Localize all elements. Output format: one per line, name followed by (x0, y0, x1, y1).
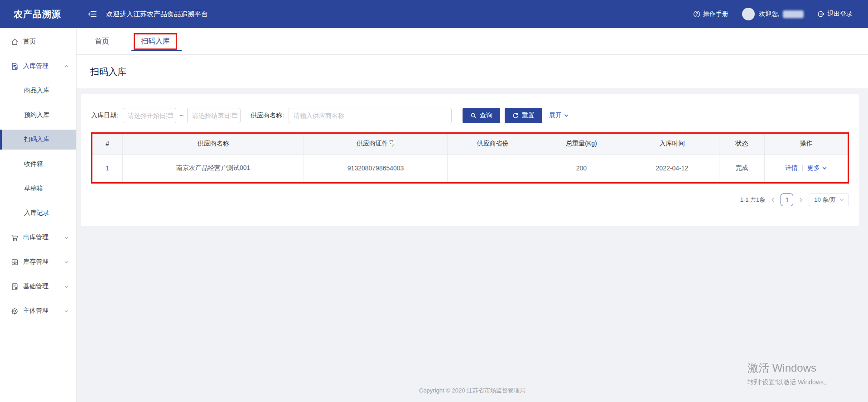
sidebar-item-product-inbound[interactable]: 商品入库 (0, 81, 76, 101)
sidebar-item-home[interactable]: 首页 (0, 32, 76, 52)
logout-label: 退出登录 (827, 10, 853, 18)
sidebar-item-label: 库存管理 (23, 258, 48, 266)
sidebar-item-outbound-management[interactable]: 出库管理 (0, 228, 76, 247)
action-divider (802, 165, 803, 171)
sidebar-item-label: 入库记录 (24, 209, 49, 217)
next-page-icon[interactable] (798, 197, 804, 203)
cell-supplier-province (447, 154, 538, 182)
date-end-input[interactable] (187, 108, 241, 123)
red-annotation-box: 扫码入库 (134, 33, 177, 50)
cell-index: 1 (92, 154, 123, 182)
table-row: 1 南京农产品经营户测试001 9132080798654003 200 202… (92, 154, 848, 182)
sidebar-item-inbound-management[interactable]: 入库管理 (0, 56, 76, 76)
col-supplier-name: 供应商名称 (123, 134, 304, 154)
top-header: 农产品溯源 欢迎进入江苏农产品食品追溯平台 操作手册 欢迎您, 退出 (0, 0, 868, 28)
tab-scan-inbound[interactable]: 扫码入库 (134, 28, 177, 54)
base-doc-icon (11, 283, 19, 291)
chevron-down-icon (64, 284, 69, 289)
sidebar: 首页 入库管理 商品入库 预约入库 扫码入库 收件箱 (0, 28, 77, 402)
tab-home[interactable]: 首页 (95, 28, 109, 54)
sidebar-item-entity-management[interactable]: 主体管理 (0, 301, 76, 321)
sidebar-item-label: 草稿箱 (24, 184, 43, 193)
cell-supplier-cert: 9132080798654003 (304, 154, 448, 182)
sidebar-item-inbox[interactable]: 收件箱 (0, 154, 76, 174)
date-range-label: 入库日期: (91, 111, 118, 120)
prev-page-icon[interactable] (770, 197, 776, 203)
cell-inbound-time: 2022-04-12 (625, 154, 719, 182)
supplier-name-label: 供应商名称: (251, 111, 284, 120)
chevron-up-icon (64, 64, 69, 69)
more-link[interactable]: 更多 (807, 164, 827, 172)
gear-icon (11, 307, 19, 315)
date-start-input[interactable] (123, 108, 176, 123)
col-actions: 操作 (765, 134, 848, 154)
inbound-management-icon (11, 63, 19, 70)
tab-bar: 首页 扫码入库 (77, 28, 868, 55)
sidebar-item-label: 主体管理 (23, 307, 48, 315)
manual-label: 操作手册 (703, 10, 728, 18)
expand-label: 展开 (549, 111, 562, 120)
supplier-name-input[interactable] (289, 108, 452, 123)
col-status: 状态 (719, 134, 765, 154)
sidebar-item-inventory-management[interactable]: 库存管理 (0, 252, 76, 272)
welcome-banner: 欢迎进入江苏农产品食品追溯平台 (106, 10, 208, 19)
sidebar-item-label: 扫码入库 (24, 136, 49, 144)
home-icon (11, 38, 19, 46)
main-content: 首页 扫码入库 扫码入库 入库日期: ~ (77, 28, 868, 402)
page-title: 扫码入库 (77, 55, 868, 88)
sidebar-item-label: 出库管理 (23, 233, 48, 242)
app-logo: 农产品溯源 (0, 8, 77, 20)
manual-link[interactable]: 操作手册 (693, 10, 728, 18)
page-size-select[interactable]: 10 条/页 (809, 194, 849, 206)
chevron-down-icon (564, 113, 569, 118)
cart-icon (11, 234, 19, 242)
sidebar-item-label: 收件箱 (24, 160, 43, 168)
more-label: 更多 (807, 164, 820, 172)
page-size-value: 10 条/页 (814, 196, 836, 204)
sidebar-item-scan-inbound[interactable]: 扫码入库 (0, 130, 76, 150)
col-inbound-time: 入库时间 (625, 134, 719, 154)
reset-button-label: 重置 (522, 111, 535, 120)
sidebar-item-label: 预约入库 (24, 111, 49, 119)
inventory-icon (11, 258, 19, 266)
sidebar-item-label: 入库管理 (23, 62, 48, 70)
sidebar-item-reserved-inbound[interactable]: 预约入库 (0, 105, 76, 125)
reset-button[interactable]: 重置 (505, 108, 542, 123)
chevron-down-icon (64, 235, 69, 240)
cell-actions: 详情 更多 (765, 154, 848, 182)
expand-link[interactable]: 展开 (549, 111, 569, 120)
logout-button[interactable]: 退出登录 (817, 10, 853, 18)
filter-bar: 入库日期: ~ (91, 108, 849, 123)
cell-total-weight: 200 (538, 154, 625, 182)
col-supplier-cert: 供应商证件号 (304, 134, 448, 154)
avatar[interactable] (742, 8, 755, 20)
col-index: # (92, 134, 123, 154)
cell-status: 完成 (719, 154, 765, 182)
sidebar-item-drafts[interactable]: 草稿箱 (0, 179, 76, 199)
greeting-text: 欢迎您, (759, 10, 780, 18)
sidebar-item-label: 基础管理 (23, 282, 48, 291)
date-separator: ~ (180, 112, 183, 119)
detail-link[interactable]: 详情 (785, 164, 798, 172)
search-button[interactable]: 查询 (463, 108, 500, 123)
page-number-1[interactable]: 1 (781, 194, 793, 206)
cell-supplier-name: 南京农产品经营户测试001 (123, 154, 304, 182)
chevron-down-icon (822, 165, 827, 171)
pagination-total: 1-1 共1条 (740, 196, 766, 204)
sidebar-item-label: 首页 (23, 38, 36, 46)
question-circle-icon (693, 10, 700, 18)
content-card: 入库日期: ~ (81, 94, 859, 226)
red-annotation-box-table: # 供应商名称 供应商证件号 供应商省份 总重量(Kg) 入库时间 状态 操作 (91, 132, 849, 184)
sidebar-item-basic-management[interactable]: 基础管理 (0, 276, 76, 296)
logout-icon (817, 10, 825, 18)
sidebar-collapse-icon[interactable] (88, 10, 97, 18)
search-icon (470, 112, 477, 119)
tab-label: 首页 (95, 37, 109, 46)
chevron-down-icon (64, 260, 69, 265)
refresh-icon (512, 112, 519, 119)
chevron-down-icon (839, 197, 844, 203)
sidebar-item-inbound-records[interactable]: 入库记录 (0, 203, 76, 223)
username-redacted (783, 10, 804, 18)
copyright-footer: Copyright © 2020 江苏省市场监督管理局 (77, 387, 868, 402)
sidebar-item-label: 商品入库 (24, 87, 49, 95)
